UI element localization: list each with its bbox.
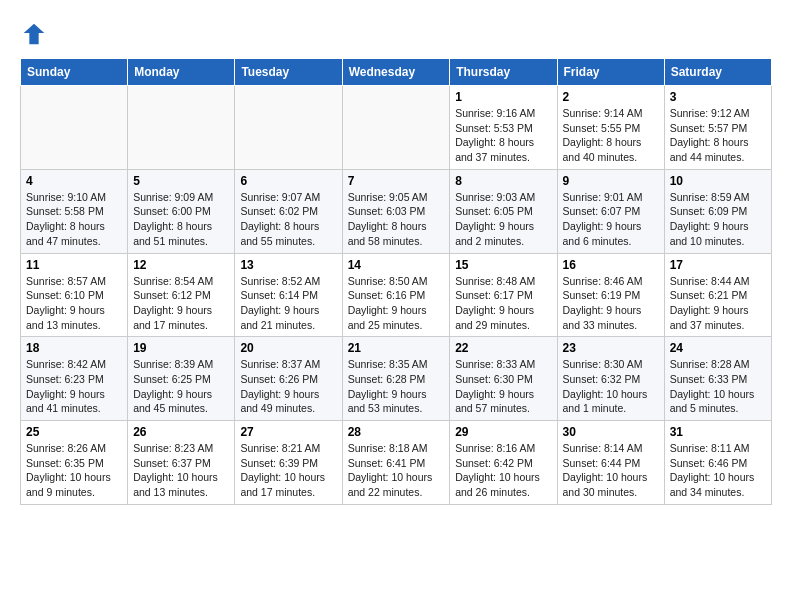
calendar-cell: 29Sunrise: 8:16 AM Sunset: 6:42 PM Dayli… xyxy=(450,421,557,505)
calendar-week-row: 25Sunrise: 8:26 AM Sunset: 6:35 PM Dayli… xyxy=(21,421,772,505)
day-info: Sunrise: 8:52 AM Sunset: 6:14 PM Dayligh… xyxy=(240,274,336,333)
day-info: Sunrise: 8:21 AM Sunset: 6:39 PM Dayligh… xyxy=(240,441,336,500)
calendar-cell: 10Sunrise: 8:59 AM Sunset: 6:09 PM Dayli… xyxy=(664,169,771,253)
col-header-friday: Friday xyxy=(557,59,664,86)
page-header xyxy=(20,20,772,48)
day-info: Sunrise: 8:33 AM Sunset: 6:30 PM Dayligh… xyxy=(455,357,551,416)
col-header-monday: Monday xyxy=(128,59,235,86)
day-info: Sunrise: 8:35 AM Sunset: 6:28 PM Dayligh… xyxy=(348,357,445,416)
calendar-cell: 12Sunrise: 8:54 AM Sunset: 6:12 PM Dayli… xyxy=(128,253,235,337)
calendar-cell: 23Sunrise: 8:30 AM Sunset: 6:32 PM Dayli… xyxy=(557,337,664,421)
day-info: Sunrise: 9:09 AM Sunset: 6:00 PM Dayligh… xyxy=(133,190,229,249)
logo-icon xyxy=(20,20,48,48)
day-number: 14 xyxy=(348,258,445,272)
calendar-cell: 15Sunrise: 8:48 AM Sunset: 6:17 PM Dayli… xyxy=(450,253,557,337)
day-number: 13 xyxy=(240,258,336,272)
calendar-cell: 2Sunrise: 9:14 AM Sunset: 5:55 PM Daylig… xyxy=(557,86,664,170)
day-info: Sunrise: 9:14 AM Sunset: 5:55 PM Dayligh… xyxy=(563,106,659,165)
calendar-cell: 30Sunrise: 8:14 AM Sunset: 6:44 PM Dayli… xyxy=(557,421,664,505)
calendar-cell: 17Sunrise: 8:44 AM Sunset: 6:21 PM Dayli… xyxy=(664,253,771,337)
calendar-cell: 9Sunrise: 9:01 AM Sunset: 6:07 PM Daylig… xyxy=(557,169,664,253)
day-info: Sunrise: 8:16 AM Sunset: 6:42 PM Dayligh… xyxy=(455,441,551,500)
day-number: 31 xyxy=(670,425,766,439)
day-number: 27 xyxy=(240,425,336,439)
day-number: 25 xyxy=(26,425,122,439)
calendar-cell xyxy=(21,86,128,170)
calendar-cell: 14Sunrise: 8:50 AM Sunset: 6:16 PM Dayli… xyxy=(342,253,450,337)
calendar-cell: 19Sunrise: 8:39 AM Sunset: 6:25 PM Dayli… xyxy=(128,337,235,421)
calendar-table: SundayMondayTuesdayWednesdayThursdayFrid… xyxy=(20,58,772,505)
day-number: 11 xyxy=(26,258,122,272)
col-header-saturday: Saturday xyxy=(664,59,771,86)
calendar-cell: 18Sunrise: 8:42 AM Sunset: 6:23 PM Dayli… xyxy=(21,337,128,421)
day-info: Sunrise: 8:30 AM Sunset: 6:32 PM Dayligh… xyxy=(563,357,659,416)
svg-marker-0 xyxy=(24,24,45,45)
calendar-week-row: 4Sunrise: 9:10 AM Sunset: 5:58 PM Daylig… xyxy=(21,169,772,253)
day-number: 3 xyxy=(670,90,766,104)
col-header-sunday: Sunday xyxy=(21,59,128,86)
day-number: 16 xyxy=(563,258,659,272)
day-number: 4 xyxy=(26,174,122,188)
col-header-thursday: Thursday xyxy=(450,59,557,86)
day-info: Sunrise: 8:42 AM Sunset: 6:23 PM Dayligh… xyxy=(26,357,122,416)
day-info: Sunrise: 8:18 AM Sunset: 6:41 PM Dayligh… xyxy=(348,441,445,500)
calendar-week-row: 1Sunrise: 9:16 AM Sunset: 5:53 PM Daylig… xyxy=(21,86,772,170)
calendar-cell: 28Sunrise: 8:18 AM Sunset: 6:41 PM Dayli… xyxy=(342,421,450,505)
day-number: 20 xyxy=(240,341,336,355)
calendar-cell xyxy=(128,86,235,170)
day-info: Sunrise: 9:10 AM Sunset: 5:58 PM Dayligh… xyxy=(26,190,122,249)
day-number: 23 xyxy=(563,341,659,355)
col-header-tuesday: Tuesday xyxy=(235,59,342,86)
day-number: 17 xyxy=(670,258,766,272)
calendar-cell: 7Sunrise: 9:05 AM Sunset: 6:03 PM Daylig… xyxy=(342,169,450,253)
calendar-header: SundayMondayTuesdayWednesdayThursdayFrid… xyxy=(21,59,772,86)
calendar-cell: 26Sunrise: 8:23 AM Sunset: 6:37 PM Dayli… xyxy=(128,421,235,505)
day-info: Sunrise: 9:07 AM Sunset: 6:02 PM Dayligh… xyxy=(240,190,336,249)
day-number: 26 xyxy=(133,425,229,439)
calendar-cell: 25Sunrise: 8:26 AM Sunset: 6:35 PM Dayli… xyxy=(21,421,128,505)
calendar-cell: 21Sunrise: 8:35 AM Sunset: 6:28 PM Dayli… xyxy=(342,337,450,421)
day-info: Sunrise: 9:16 AM Sunset: 5:53 PM Dayligh… xyxy=(455,106,551,165)
calendar-cell: 8Sunrise: 9:03 AM Sunset: 6:05 PM Daylig… xyxy=(450,169,557,253)
logo xyxy=(20,20,52,48)
day-number: 21 xyxy=(348,341,445,355)
calendar-cell xyxy=(342,86,450,170)
calendar-cell: 1Sunrise: 9:16 AM Sunset: 5:53 PM Daylig… xyxy=(450,86,557,170)
calendar-cell: 31Sunrise: 8:11 AM Sunset: 6:46 PM Dayli… xyxy=(664,421,771,505)
day-number: 15 xyxy=(455,258,551,272)
day-number: 6 xyxy=(240,174,336,188)
day-info: Sunrise: 9:12 AM Sunset: 5:57 PM Dayligh… xyxy=(670,106,766,165)
day-number: 28 xyxy=(348,425,445,439)
calendar-cell: 24Sunrise: 8:28 AM Sunset: 6:33 PM Dayli… xyxy=(664,337,771,421)
calendar-cell: 22Sunrise: 8:33 AM Sunset: 6:30 PM Dayli… xyxy=(450,337,557,421)
day-info: Sunrise: 8:57 AM Sunset: 6:10 PM Dayligh… xyxy=(26,274,122,333)
day-info: Sunrise: 8:37 AM Sunset: 6:26 PM Dayligh… xyxy=(240,357,336,416)
calendar-cell: 16Sunrise: 8:46 AM Sunset: 6:19 PM Dayli… xyxy=(557,253,664,337)
calendar-cell: 6Sunrise: 9:07 AM Sunset: 6:02 PM Daylig… xyxy=(235,169,342,253)
calendar-week-row: 11Sunrise: 8:57 AM Sunset: 6:10 PM Dayli… xyxy=(21,253,772,337)
day-number: 22 xyxy=(455,341,551,355)
calendar-week-row: 18Sunrise: 8:42 AM Sunset: 6:23 PM Dayli… xyxy=(21,337,772,421)
calendar-cell: 20Sunrise: 8:37 AM Sunset: 6:26 PM Dayli… xyxy=(235,337,342,421)
day-number: 5 xyxy=(133,174,229,188)
calendar-cell: 13Sunrise: 8:52 AM Sunset: 6:14 PM Dayli… xyxy=(235,253,342,337)
col-header-wednesday: Wednesday xyxy=(342,59,450,86)
calendar-cell xyxy=(235,86,342,170)
day-number: 9 xyxy=(563,174,659,188)
calendar-cell: 11Sunrise: 8:57 AM Sunset: 6:10 PM Dayli… xyxy=(21,253,128,337)
calendar-cell: 4Sunrise: 9:10 AM Sunset: 5:58 PM Daylig… xyxy=(21,169,128,253)
day-info: Sunrise: 8:14 AM Sunset: 6:44 PM Dayligh… xyxy=(563,441,659,500)
day-number: 8 xyxy=(455,174,551,188)
day-info: Sunrise: 9:03 AM Sunset: 6:05 PM Dayligh… xyxy=(455,190,551,249)
day-info: Sunrise: 8:26 AM Sunset: 6:35 PM Dayligh… xyxy=(26,441,122,500)
day-info: Sunrise: 8:39 AM Sunset: 6:25 PM Dayligh… xyxy=(133,357,229,416)
day-info: Sunrise: 9:05 AM Sunset: 6:03 PM Dayligh… xyxy=(348,190,445,249)
calendar-cell: 27Sunrise: 8:21 AM Sunset: 6:39 PM Dayli… xyxy=(235,421,342,505)
day-info: Sunrise: 9:01 AM Sunset: 6:07 PM Dayligh… xyxy=(563,190,659,249)
day-info: Sunrise: 8:54 AM Sunset: 6:12 PM Dayligh… xyxy=(133,274,229,333)
day-number: 2 xyxy=(563,90,659,104)
calendar-cell: 3Sunrise: 9:12 AM Sunset: 5:57 PM Daylig… xyxy=(664,86,771,170)
day-number: 1 xyxy=(455,90,551,104)
day-number: 18 xyxy=(26,341,122,355)
day-info: Sunrise: 8:48 AM Sunset: 6:17 PM Dayligh… xyxy=(455,274,551,333)
